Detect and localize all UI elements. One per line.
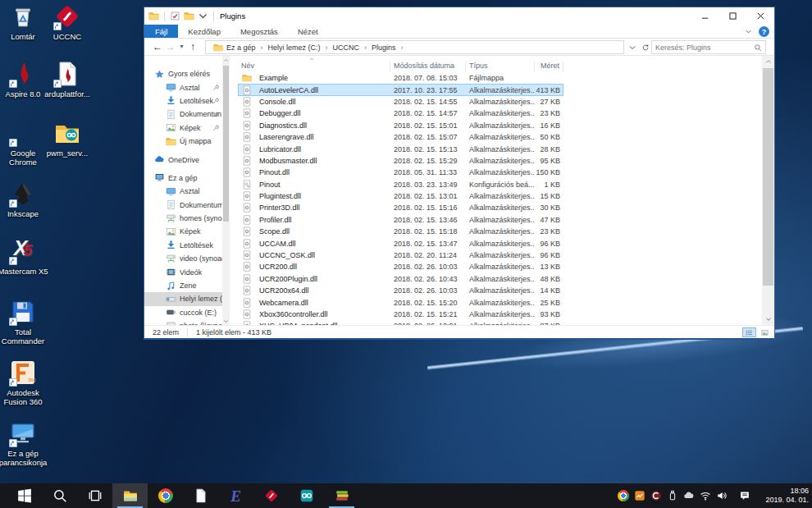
sidebar-item-let-lt-sek[interactable]: Letöltések <box>144 94 230 108</box>
file-row-debugger-dll[interactable]: Debugger.dll 2018. 02. 15. 14:57 Alkalma… <box>238 108 563 119</box>
file-row-ucr200x64-dll[interactable]: UCR200x64.dll 2018. 02. 26. 10:03 Alkalm… <box>238 285 563 296</box>
file-row-example[interactable]: Example 2018. 07. 08. 15:03 Fájlmappa <box>238 72 563 84</box>
sidebar-item-let-lt-sek[interactable]: Letöltések <box>144 239 230 252</box>
taskbar-clock[interactable]: 18:06 2019. 04. 01. <box>758 487 809 505</box>
help-icon[interactable]: ? <box>759 26 769 37</box>
tray-tray-cloud-icon[interactable] <box>682 489 696 502</box>
desktop-icon-autodesk-fusion-360[interactable]: 360 Autodesk Fusion 360 <box>0 359 49 406</box>
sidebar-item-zene[interactable]: Zene <box>144 279 230 292</box>
tray-volume-icon[interactable] <box>715 489 728 502</box>
file-row-ucr200plugin-dll[interactable]: UCR200Plugin.dll 2018. 02. 26. 10:43 Alk… <box>238 273 563 285</box>
sidebar-item-j-mappa[interactable]: Új mappa <box>144 135 230 148</box>
search-magnifier-button[interactable] <box>42 483 77 508</box>
column-header-t-pus[interactable]: Típus <box>466 62 535 72</box>
file-row-lubricator-dll[interactable]: Lubricator.dll 2018. 02. 15. 15:13 Alkal… <box>238 143 563 154</box>
taskbar-app-chrome[interactable] <box>148 483 183 508</box>
breadcrumb-chevron-icon[interactable]: › <box>322 43 331 52</box>
tray-ccleaner-icon[interactable] <box>650 489 663 502</box>
breadcrumb-chevron-icon[interactable]: › <box>398 43 407 52</box>
desktop-icon-pwm-serv[interactable]: pwm_serv... <box>41 120 94 158</box>
file-row-printer3d-dll[interactable]: Printer3D.dll 2018. 02. 15. 15:16 Alkalm… <box>238 202 563 213</box>
breadcrumb-item-helyi-lemez-c[interactable]: Helyi lemez (C:) <box>267 43 322 52</box>
file-row-profiler-dll[interactable]: Profiler.dll 2018. 02. 15. 13:46 Alkalma… <box>238 214 563 226</box>
taskbar-app-books-stack[interactable] <box>324 483 359 508</box>
breadcrumb-item-uccnc[interactable]: UCCNC <box>331 43 362 52</box>
breadcrumb-chevron-icon[interactable]: › <box>361 43 370 52</box>
properties-icon[interactable] <box>170 11 180 21</box>
file-row-pinout-dll[interactable]: Pinout.dll 2018. 05. 31. 11:33 Alkalmazá… <box>238 167 563 178</box>
file-row-console-dll[interactable]: Console.dll 2018. 02. 15. 14:55 Alkalmaz… <box>238 96 563 108</box>
breadcrumb-chevron-icon[interactable]: › <box>258 43 267 52</box>
column-header-m-dos-t-s-d-tuma[interactable]: Módosítás dátuma <box>390 62 466 72</box>
sidebar-item-asztal[interactable]: Asztal <box>144 80 230 94</box>
tab-n-zet[interactable]: Nézet <box>288 25 328 38</box>
desktop-icon-total-commander[interactable]: Total Commander <box>0 299 49 346</box>
scrollbar-thumb[interactable] <box>763 68 773 286</box>
close-button[interactable] <box>746 7 774 25</box>
file-row-scope-dll[interactable]: Scope.dll 2018. 02. 15. 15:18 Alkalmazás… <box>238 226 563 237</box>
taskbar-app-arduino-infinity[interactable] <box>289 483 324 508</box>
sidebar-item-vide-k[interactable]: Videók <box>144 265 230 278</box>
scroll-down-icon[interactable] <box>222 317 230 325</box>
file-row-uccnc-osk-dll[interactable]: UCCNC_OSK.dll 2018. 02. 20. 11:24 Alkalm… <box>238 249 563 261</box>
sidebar-item-k-pek[interactable]: Képek <box>144 225 230 238</box>
desktop-icon-ez-a-g-p-parancsikonja[interactable]: Ez a gép parancsikonja <box>0 420 49 467</box>
file-row-autolevelerca-dll[interactable]: AutoLevelerCA.dll 2017. 10. 23. 17:55 Al… <box>238 84 563 95</box>
title-bar[interactable]: Plugins <box>144 7 774 25</box>
file-row-uccam-dll[interactable]: UCCAM.dll 2018. 02. 15. 13:47 Alkalmazás… <box>238 237 563 249</box>
tray-wifi-icon[interactable] <box>699 489 712 502</box>
tab-kezd-lap[interactable]: Kezdőlap <box>178 25 230 38</box>
file-row-ucr200-dll[interactable]: UCR200.dll 2018. 02. 26. 10:03 Alkalmazá… <box>238 261 563 272</box>
scroll-up-icon[interactable] <box>222 56 230 64</box>
sidebar-item-helyi-lemez-c[interactable]: Helyi lemez (C:) <box>144 292 230 305</box>
sidebar-item-video-synoadan[interactable]: video (synoadan <box>144 252 230 265</box>
sidebar-item-homes-synoada[interactable]: homes (synoada <box>144 212 230 225</box>
new-folder-icon[interactable] <box>184 11 194 21</box>
breadcrumb-item-ez-a-g-p[interactable]: Ez a gép <box>225 43 258 52</box>
address-dropdown-chevron-icon[interactable] <box>626 40 638 54</box>
list-scrollbar[interactable] <box>762 56 774 325</box>
file-row-plugintest-dll[interactable]: Plugintest.dll 2018. 02. 15. 13:01 Alkal… <box>238 190 563 202</box>
history-chevron-icon[interactable]: ▾ <box>177 39 186 54</box>
up-button[interactable]: ↑ <box>186 39 199 54</box>
sidebar-scrollbar[interactable] <box>222 56 230 325</box>
file-row-webcamera-dll[interactable]: Webcamera.dll 2018. 02. 15. 15:20 Alkalm… <box>238 296 563 308</box>
minimize-button[interactable] <box>691 7 718 25</box>
tab-f-jl[interactable]: Fájl <box>144 25 178 38</box>
task-view-button[interactable] <box>77 483 112 508</box>
qat-chevron-down-icon[interactable] <box>198 11 208 21</box>
scrollbar-thumb[interactable] <box>223 66 229 222</box>
start-windows-button[interactable] <box>7 483 42 508</box>
sidebar-item-ez-a-g-p[interactable]: Ez a gép <box>144 172 230 185</box>
tray-chrome-icon[interactable] <box>617 489 630 502</box>
tab-megoszt-s[interactable]: Megosztás <box>230 25 288 38</box>
breadcrumb-item-plugins[interactable]: Plugins <box>370 43 398 52</box>
sidebar-item-asztal[interactable]: Asztal <box>144 185 230 198</box>
scroll-down-icon[interactable] <box>762 313 774 325</box>
taskbar-app-uccnc-logo[interactable] <box>253 483 289 508</box>
sidebar-item-onedrive[interactable]: OneDrive <box>144 153 230 166</box>
file-row-diagnostics-dll[interactable]: Diagnostics.dll 2018. 02. 15. 15:01 Alka… <box>238 120 563 131</box>
thumbnails-view-button[interactable] <box>758 327 772 337</box>
action-center-icon[interactable] <box>738 489 751 502</box>
taskbar-app-explorer-folder[interactable] <box>112 483 148 508</box>
tray-orange-graph-app-icon[interactable] <box>633 489 646 502</box>
scroll-up-icon[interactable] <box>762 56 774 67</box>
search-input[interactable] <box>655 43 754 52</box>
ribbon-collapse-chevron-icon[interactable] <box>745 28 752 35</box>
address-bar[interactable]: Ez a gép›Helyi lemez (C:)›UCCNC›Plugins› <box>205 40 624 54</box>
forward-button[interactable]: → <box>164 39 177 54</box>
tray-usb-plug-icon[interactable] <box>666 489 679 502</box>
sidebar-item-dokumentun[interactable]: Dokumentun <box>144 108 230 121</box>
file-row-laserengrave-dll[interactable]: Laserengrave.dll 2018. 02. 15. 15:07 Alk… <box>238 131 563 143</box>
sidebar-item-photo-synoad[interactable]: photo (\\synoad <box>144 319 230 325</box>
column-header-m-ret[interactable]: Méret <box>535 62 563 72</box>
desktop-icon-uccnc[interactable]: UCCNC <box>41 3 94 41</box>
desktop-icon-arduplattfor[interactable]: arduplattfor... <box>41 61 94 98</box>
column-header-n-v[interactable]: Név <box>238 62 390 72</box>
back-button[interactable]: ← <box>151 39 164 54</box>
taskbar-app-white-document[interactable] <box>183 483 218 508</box>
sidebar-item-gyors-el-r-s[interactable]: Gyors elérés <box>144 67 230 80</box>
details-view-button[interactable] <box>742 327 756 337</box>
file-row-pinout[interactable]: Pinout 2018. 03. 23. 13:49 Konfigurációs… <box>238 179 563 190</box>
